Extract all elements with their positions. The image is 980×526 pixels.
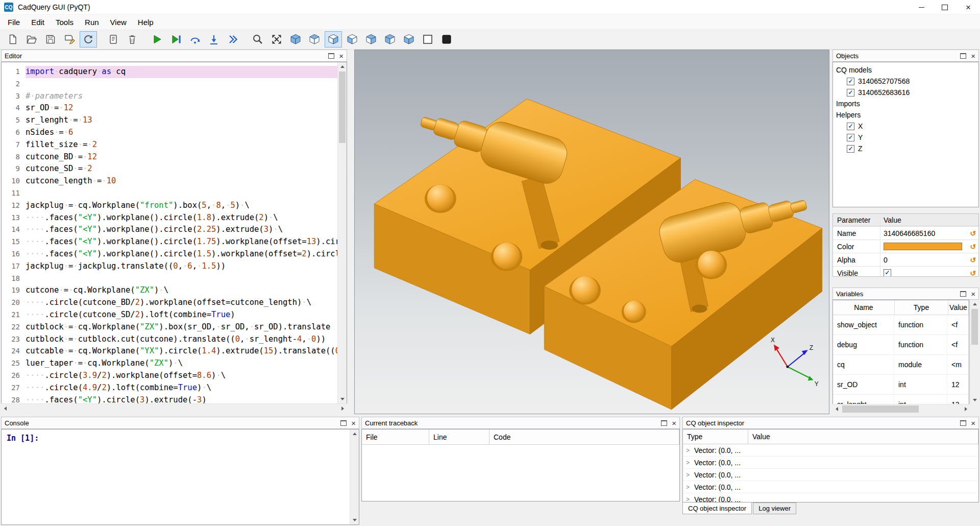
- checkbox[interactable]: [884, 269, 891, 277]
- menu-view[interactable]: View: [105, 16, 132, 29]
- inspector-row[interactable]: Vector: (0.0, ...: [683, 493, 978, 503]
- maximize-button[interactable]: [933, 0, 957, 15]
- expand-chevron-icon[interactable]: [686, 484, 694, 491]
- scroll-right-arrow[interactable]: [962, 404, 970, 413]
- code-line[interactable]: 1import·cadquery·as·cq: [2, 66, 338, 78]
- tab-cq-object-inspector[interactable]: CQ object inspector: [682, 503, 752, 514]
- menu-help[interactable]: Help: [132, 16, 159, 29]
- zoom-button[interactable]: [249, 31, 266, 47]
- inspector-table[interactable]: TypeValue Vector: (0.0, ...Vector: (0.0,…: [682, 429, 979, 503]
- run-button[interactable]: [149, 31, 166, 47]
- property-row-alpha[interactable]: Alpha0: [833, 253, 978, 266]
- variable-row-sr_OD[interactable]: sr_ODint12: [833, 375, 969, 395]
- property-row-color[interactable]: Color: [833, 240, 978, 253]
- close-button[interactable]: [957, 0, 980, 15]
- shaded-button[interactable]: [438, 31, 455, 47]
- traceback-column-line[interactable]: Line: [429, 429, 489, 444]
- scroll-up-arrow[interactable]: [970, 300, 979, 308]
- close-panel-icon[interactable]: [672, 419, 676, 427]
- reset-property-icon[interactable]: [967, 227, 978, 240]
- checkbox[interactable]: [847, 123, 854, 130]
- traceback-column-file[interactable]: File: [362, 429, 429, 444]
- close-panel-icon[interactable]: [971, 419, 975, 427]
- variable-row-debug[interactable]: debugfunction<f: [833, 335, 969, 355]
- fit-view-button[interactable]: [268, 31, 285, 47]
- expand-chevron-icon[interactable]: [686, 459, 694, 466]
- inspector-table-header[interactable]: TypeValue: [683, 429, 978, 444]
- code-line[interactable]: 20····.circle(cutcone_BD/2).workplane(of…: [2, 297, 338, 309]
- variables-vertical-scrollbar[interactable]: [970, 300, 979, 404]
- console-vertical-scrollbar[interactable]: [350, 429, 359, 524]
- code-line[interactable]: 15····.faces("<Y").workplane().circle(1.…: [2, 236, 338, 248]
- console-output[interactable]: In [1]:: [1, 429, 359, 525]
- code-line[interactable]: 24cutcable·=·cq.Workplane("YX").circle(1…: [2, 345, 338, 357]
- tree-item-imports[interactable]: Imports: [833, 98, 978, 109]
- view-top-button[interactable]: [306, 31, 323, 47]
- view-back-button[interactable]: [362, 31, 380, 47]
- menu-run[interactable]: Run: [79, 16, 105, 29]
- title-bar[interactable]: CQ CadQuery GUI (PyQT): [0, 0, 980, 15]
- tree-item-3140652707568[interactable]: 3140652707568: [833, 76, 978, 87]
- code-line[interactable]: 22cutblock·=·cq.Workplane("ZX").box(sr_O…: [2, 321, 338, 333]
- code-line[interactable]: 21····.circle(cutcone_SD/2).loft(combine…: [2, 309, 338, 321]
- code-line[interactable]: 7fillet_size·=·2: [2, 139, 338, 151]
- float-panel-icon[interactable]: [960, 53, 966, 59]
- view-iso-button[interactable]: [287, 31, 304, 47]
- clear-button[interactable]: [105, 31, 122, 47]
- expand-chevron-icon[interactable]: [686, 496, 694, 503]
- checkbox[interactable]: [847, 134, 854, 141]
- tree-item-x[interactable]: X: [833, 121, 978, 132]
- wireframe-button[interactable]: [419, 31, 436, 47]
- debug-run-button[interactable]: [167, 31, 185, 47]
- inspector-row[interactable]: Vector: (0.0, ...: [683, 469, 978, 481]
- variable-row-show_object[interactable]: show_objectfunction<f: [833, 315, 969, 335]
- code-line[interactable]: 14····.faces("<Y").workplane().circle(2.…: [2, 224, 338, 236]
- property-value[interactable]: [880, 240, 967, 253]
- view-right-button[interactable]: [325, 31, 342, 47]
- tree-item-z[interactable]: Z: [833, 143, 978, 154]
- scroll-left-arrow[interactable]: [832, 404, 841, 413]
- property-row-visible[interactable]: Visible: [833, 266, 978, 277]
- minimize-button[interactable]: [910, 0, 933, 15]
- variables-horizontal-scrollbar[interactable]: [832, 404, 970, 414]
- scroll-up-arrow[interactable]: [350, 429, 359, 438]
- code-line[interactable]: 2: [2, 78, 338, 90]
- code-line[interactable]: 28····.faces("<Y").circle(3).extrude(-3): [2, 394, 338, 403]
- traceback-column-code[interactable]: Code: [489, 429, 679, 444]
- close-panel-icon[interactable]: [351, 419, 356, 427]
- checkbox[interactable]: [847, 89, 854, 97]
- reset-property-icon[interactable]: [967, 253, 978, 266]
- tree-item-3140652683616[interactable]: 3140652683616: [833, 87, 978, 98]
- save-button[interactable]: [42, 31, 59, 47]
- step-over-button[interactable]: [186, 31, 204, 47]
- code-line[interactable]: 17jackplug·=·jackplug.translate((0,·6,·1…: [2, 260, 338, 273]
- scroll-left-arrow[interactable]: [1, 404, 10, 413]
- scrollbar-thumb[interactable]: [971, 309, 978, 345]
- float-panel-icon[interactable]: [661, 420, 667, 426]
- properties-table[interactable]: ParameterValueName3140646685160ColorAlph…: [832, 213, 979, 277]
- float-panel-icon[interactable]: [960, 420, 966, 426]
- code-line[interactable]: 11: [2, 187, 338, 200]
- view-left-button[interactable]: [381, 31, 399, 47]
- editor-vertical-scrollbar[interactable]: [337, 62, 347, 403]
- float-panel-icon[interactable]: [328, 53, 334, 59]
- menu-file[interactable]: File: [2, 16, 26, 29]
- close-panel-icon[interactable]: [971, 52, 975, 60]
- code-line[interactable]: 3#·parameters: [2, 90, 338, 103]
- new-file-button[interactable]: [4, 31, 21, 47]
- code-line[interactable]: 12jackplug·=·cq.Workplane("front").box(5…: [2, 200, 338, 212]
- property-value[interactable]: 0: [880, 253, 967, 266]
- float-panel-icon[interactable]: [960, 291, 966, 297]
- step-into-button[interactable]: [205, 31, 223, 47]
- inspector-row[interactable]: Vector: (0.0, ...: [683, 481, 978, 493]
- variable-row-cq[interactable]: cqmodule<m: [833, 355, 969, 375]
- expand-chevron-icon[interactable]: [686, 471, 694, 479]
- scroll-down-arrow[interactable]: [338, 395, 347, 403]
- save-as-button[interactable]: [61, 31, 78, 47]
- traceback-table-header[interactable]: FileLineCode: [362, 429, 679, 445]
- inspector-column-type[interactable]: Type: [683, 429, 748, 444]
- checkbox[interactable]: [847, 145, 854, 153]
- scrollbar-thumb[interactable]: [842, 405, 919, 413]
- code-line[interactable]: 23cutblock·=·cutblock.cut(cutcone).trans…: [2, 333, 338, 346]
- expand-chevron-icon[interactable]: [686, 447, 694, 454]
